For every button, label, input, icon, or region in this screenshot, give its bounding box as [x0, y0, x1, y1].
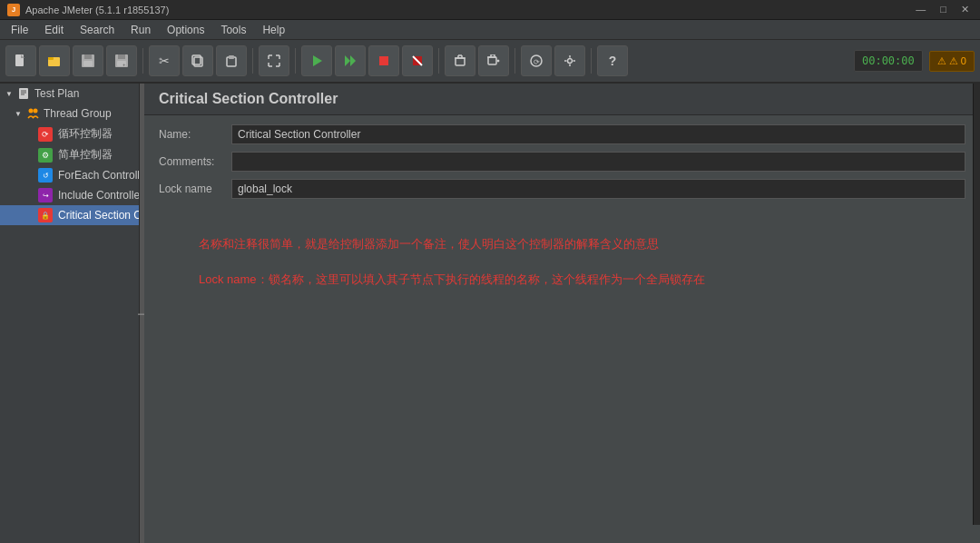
lockname-label: Lock name	[159, 183, 231, 195]
content-header: Critical Section Controller	[144, 84, 980, 115]
menu-run[interactable]: Run	[123, 22, 158, 38]
warning-icon: ⚠	[937, 55, 946, 66]
lockname-input[interactable]	[231, 179, 965, 199]
svg-rect-48	[19, 88, 28, 99]
foreach-expand	[25, 170, 36, 181]
menu-edit[interactable]: Edit	[37, 22, 71, 38]
thread-group-expand-icon: ▼	[13, 108, 24, 119]
sep4	[438, 48, 439, 74]
name-label: Name:	[159, 128, 231, 141]
new-button[interactable]	[5, 45, 36, 76]
loop-expand	[25, 129, 36, 140]
annotation-area: 名称和注释很简单，就是给控制器添加一个备注，使人明白这个控制器的解释含义的意思 …	[144, 215, 980, 543]
paste-button[interactable]	[216, 45, 247, 76]
tree-item-thread-group[interactable]: ▼ Thread Group	[0, 104, 139, 123]
open-button[interactable]	[39, 45, 70, 76]
include-expand	[25, 190, 36, 201]
window-controls: — □ ✕	[912, 4, 973, 15]
include-icon: ↪	[38, 188, 53, 202]
lockname-row: Lock name	[159, 179, 965, 199]
tree-item-include-controller[interactable]: ↪ Include Controller	[0, 185, 139, 205]
minimize-button[interactable]: —	[912, 4, 929, 15]
svg-marker-24	[345, 55, 350, 66]
comments-input[interactable]	[231, 152, 965, 172]
warning-count: ⚠ 0	[949, 55, 966, 66]
name-input[interactable]	[231, 124, 965, 144]
svg-text:⟳: ⟳	[534, 58, 540, 66]
clear-button[interactable]	[445, 45, 475, 76]
content-panel: Critical Section Controller Name: Commen…	[144, 84, 980, 543]
comments-row: Comments:	[159, 152, 965, 172]
annotation-line-2: Lock name：锁名称，这里可以填入其子节点下执行的线程的名称，这个线程作为…	[199, 269, 926, 290]
toolbar: + ✂ ⟳ ? 00:	[0, 40, 980, 84]
svg-point-52	[29, 109, 34, 114]
simple-icon: ⚙	[38, 148, 53, 163]
maximize-button[interactable]: □	[936, 4, 950, 15]
panel-title: Critical Section Controller	[159, 91, 965, 107]
include-label: Include Controller	[58, 189, 139, 202]
settings-button[interactable]	[554, 45, 585, 76]
expand-icon: ▼	[4, 88, 15, 99]
menu-tools[interactable]: Tools	[213, 22, 253, 38]
thread-group-icon	[25, 106, 40, 121]
name-row: Name:	[159, 124, 965, 144]
tree-panel: ▼ Test Plan ▼ Thread Group ⟳ 循环控制器 ⚙ 简单控…	[0, 84, 140, 543]
simple-expand	[25, 150, 36, 161]
svg-marker-25	[350, 55, 356, 66]
svg-rect-29	[456, 58, 465, 65]
stop-now-button[interactable]	[402, 45, 433, 76]
sep5	[514, 48, 515, 74]
critical-expand	[25, 210, 36, 221]
save-button[interactable]	[73, 45, 103, 76]
comments-label: Comments:	[159, 155, 231, 168]
tree-item-test-plan[interactable]: ▼ Test Plan	[0, 84, 139, 104]
menu-help[interactable]: Help	[255, 22, 292, 38]
testplan-icon	[16, 86, 31, 101]
loop-icon: ⟳	[38, 127, 53, 142]
svg-rect-14	[229, 55, 234, 59]
test-plan-label: Test Plan	[34, 87, 79, 100]
tree-item-simple-controller[interactable]: ⚙ 简单控制器	[0, 144, 139, 165]
run-all-button[interactable]	[335, 45, 366, 76]
function-button[interactable]: ⟳	[521, 45, 552, 76]
svg-rect-3	[48, 57, 54, 60]
menu-file[interactable]: File	[4, 22, 35, 38]
menu-search[interactable]: Search	[73, 22, 122, 38]
app-title: Apache JMeter (5.1.1 r1855137)	[25, 5, 169, 15]
svg-point-53	[34, 109, 38, 114]
svg-rect-5	[84, 54, 92, 59]
save-all-button[interactable]: +	[106, 45, 137, 76]
run-button[interactable]	[301, 45, 332, 76]
loop-label: 循环控制器	[58, 126, 113, 142]
help-button[interactable]: ?	[597, 45, 628, 76]
svg-rect-26	[379, 56, 388, 65]
stop-button[interactable]	[368, 45, 399, 76]
simple-label: 简单控制器	[58, 147, 113, 163]
cut-button[interactable]: ✂	[149, 45, 180, 76]
sep6	[591, 48, 592, 74]
svg-point-43	[568, 59, 573, 64]
expand-button[interactable]	[259, 45, 289, 76]
sep3	[295, 48, 296, 74]
svg-rect-6	[83, 61, 93, 66]
app-icon: J	[7, 4, 20, 16]
menu-bar: File Edit Search Run Options Tools Help	[0, 20, 980, 40]
sep1	[142, 48, 143, 74]
tree-item-critical-section[interactable]: 🔒 Critical Section Con...	[0, 205, 139, 225]
copy-button[interactable]	[182, 45, 213, 76]
svg-rect-34	[488, 57, 496, 64]
warning-badge: ⚠ ⚠ 0	[929, 51, 975, 72]
close-button[interactable]: ✕	[957, 4, 973, 15]
title-bar: J Apache JMeter (5.1.1 r1855137) — □ ✕	[0, 0, 980, 20]
clear-all-button[interactable]	[478, 45, 509, 76]
right-scrollbar[interactable]	[973, 84, 980, 525]
thread-group-label: Thread Group	[44, 107, 112, 120]
form-area: Name: Comments: Lock name	[144, 115, 980, 215]
menu-options[interactable]: Options	[160, 22, 211, 38]
svg-marker-23	[313, 55, 322, 66]
tree-item-foreach-controller[interactable]: ↺ ForEach Controller	[0, 165, 139, 185]
svg-text:+: +	[122, 62, 126, 67]
foreach-label: ForEach Controller	[58, 169, 139, 182]
sep2	[252, 48, 253, 74]
tree-item-loop-controller[interactable]: ⟳ 循环控制器	[0, 123, 139, 144]
